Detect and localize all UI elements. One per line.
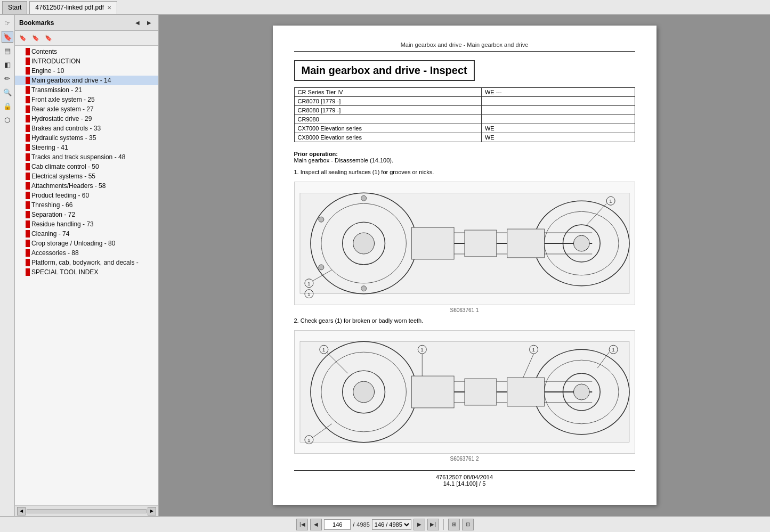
nav-next-btn[interactable]: ▶ bbox=[414, 519, 425, 530]
prior-operation: Prior operation: Main gearbox - Disassem… bbox=[294, 151, 635, 163]
sidebar-expand-icon[interactable]: ◀ bbox=[133, 18, 142, 28]
bookmark-label-22: Platform, cab, bodywork, and decals - bbox=[31, 259, 139, 266]
stamp-icon[interactable]: ⬡ bbox=[2, 114, 13, 126]
nav-page-input[interactable] bbox=[324, 519, 351, 530]
page-title: Main gearbox and drive - Inspect bbox=[294, 60, 475, 81]
svg-point-4 bbox=[353, 233, 374, 254]
highlight-icon[interactable]: ✏ bbox=[2, 72, 13, 84]
scroll-track[interactable] bbox=[27, 509, 147, 513]
scroll-left-btn[interactable]: ◀ bbox=[17, 507, 26, 515]
bookmark-label-5: Front axle system - 25 bbox=[31, 96, 95, 103]
bookmark-bar-4 bbox=[26, 86, 30, 94]
nav-scan-btn[interactable]: ⊞ bbox=[448, 519, 460, 530]
svg-text:1: 1 bbox=[322, 347, 325, 353]
bookmark-bar-6 bbox=[26, 105, 30, 113]
bookmark-bar-7 bbox=[26, 115, 30, 122]
bookmark-item-10[interactable]: Steering - 41 bbox=[15, 143, 158, 152]
bookmark-label-14: Attachments/Headers - 58 bbox=[31, 182, 106, 190]
diagram-1-container: 1 1 1 bbox=[294, 182, 635, 305]
tab-close-icon[interactable]: ✕ bbox=[107, 5, 111, 11]
bookmark-bar-0 bbox=[26, 48, 30, 55]
svg-point-13 bbox=[361, 286, 366, 291]
svg-text:1: 1 bbox=[609, 198, 612, 204]
bookmark-item-15[interactable]: Product feeding - 60 bbox=[15, 191, 158, 200]
bookmark-bar-12 bbox=[26, 163, 30, 170]
spec-table: CR Series Tier IVWE ---CR8070 [1779 -]CR… bbox=[294, 87, 635, 142]
spec-col1-4: CX7000 Elevation series bbox=[294, 124, 481, 133]
nav-fit-btn[interactable]: ⊡ bbox=[462, 519, 474, 530]
sidebar-collapse-icon[interactable]: ▶ bbox=[144, 18, 154, 28]
bookmark-item-4[interactable]: Transmission - 21 bbox=[15, 85, 158, 95]
bookmark-item-8[interactable]: Brakes and controls - 33 bbox=[15, 124, 158, 133]
bookmark-item-23[interactable]: SPECIAL TOOL INDEX bbox=[15, 267, 158, 277]
spec-col2-5: WE bbox=[481, 133, 635, 142]
main-layout: ☞ 🔖 ▤ ◧ ✏ 🔍 🔒 ⬡ Bookmarks ◀ ▶ 🔖 🔖 🔖 Cont… bbox=[0, 15, 770, 516]
bookmark-bar-16 bbox=[26, 201, 30, 209]
bookmark-item-2[interactable]: Engine - 10 bbox=[15, 66, 158, 76]
bookmark-item-11[interactable]: Tracks and track suspension - 48 bbox=[15, 152, 158, 162]
bookmark-item-22[interactable]: Platform, cab, bodywork, and decals - bbox=[15, 258, 158, 267]
bookmark-item-6[interactable]: Rear axle system - 27 bbox=[15, 104, 158, 114]
bookmark-item-9[interactable]: Hydraulic systems - 35 bbox=[15, 133, 158, 143]
sidebar-toolbar: 🔖 🔖 🔖 bbox=[15, 31, 158, 46]
nav-prev-btn[interactable]: ◀ bbox=[310, 519, 322, 530]
bookmark-item-12[interactable]: Cab climate control - 50 bbox=[15, 162, 158, 171]
bookmark-bar-9 bbox=[26, 134, 30, 142]
toolbar-btn-1[interactable]: 🔖 bbox=[17, 32, 29, 44]
nav-first-btn[interactable]: |◀ bbox=[296, 519, 308, 530]
bookmark-panel-icon[interactable]: 🔖 bbox=[2, 31, 13, 43]
bookmark-label-8: Brakes and controls - 33 bbox=[31, 125, 101, 132]
bookmark-item-7[interactable]: Hydrostatic drive - 29 bbox=[15, 114, 158, 124]
bookmark-item-19[interactable]: Cleaning - 74 bbox=[15, 229, 158, 239]
bookmark-bar-19 bbox=[26, 230, 30, 238]
bookmark-bar-1 bbox=[26, 58, 30, 65]
hand-tool-icon[interactable]: ☞ bbox=[2, 17, 13, 29]
lock-icon[interactable]: 🔒 bbox=[2, 100, 13, 112]
diagram-1-caption: S6063761 1 bbox=[294, 307, 635, 313]
nav-zoom-select[interactable]: 146 / 4985 bbox=[372, 519, 411, 530]
pdf-page: Main gearbox and drive - Main gearbox an… bbox=[273, 26, 656, 505]
nav-divider bbox=[443, 519, 444, 530]
tab-start-label: Start bbox=[8, 4, 21, 11]
toolbar-btn-2[interactable]: 🔖 bbox=[30, 32, 42, 44]
bookmark-item-18[interactable]: Residue handling - 73 bbox=[15, 219, 158, 229]
spec-col2-0: WE --- bbox=[481, 88, 635, 97]
svg-rect-17 bbox=[465, 230, 497, 257]
prior-op-label: Prior operation: bbox=[294, 151, 338, 157]
bookmark-item-0[interactable]: Contents bbox=[15, 47, 158, 56]
scroll-right-btn[interactable]: ▶ bbox=[148, 507, 156, 515]
gearbox-diagram-2: 1 1 1 1 1 bbox=[295, 331, 635, 453]
bookmark-label-9: Hydraulic systems - 35 bbox=[31, 134, 96, 142]
bookmark-bar-15 bbox=[26, 192, 30, 199]
bookmark-item-1[interactable]: INTRODUCTION bbox=[15, 56, 158, 66]
bookmark-item-14[interactable]: Attachments/Headers - 58 bbox=[15, 181, 158, 191]
bookmark-item-3[interactable]: Main gearbox and drive - 14 bbox=[15, 76, 158, 85]
bookmark-item-20[interactable]: Crop storage / Unloading - 80 bbox=[15, 239, 158, 248]
bookmark-item-21[interactable]: Accessories - 88 bbox=[15, 248, 158, 258]
tab-start[interactable]: Start bbox=[2, 1, 27, 14]
spec-col1-1: CR8070 [1779 -] bbox=[294, 97, 481, 106]
step-1-text: 1. Inspect all sealing surfaces (1) for … bbox=[294, 169, 635, 175]
svg-point-15 bbox=[318, 265, 323, 270]
svg-text:1: 1 bbox=[612, 347, 615, 353]
tab-pdf[interactable]: 47612507-linked pdf.pdf ✕ bbox=[29, 1, 117, 14]
page-panel-icon[interactable]: ▤ bbox=[2, 45, 13, 56]
layers-icon[interactable]: ◧ bbox=[2, 59, 13, 70]
bookmark-bar-21 bbox=[26, 249, 30, 257]
prior-op-text: Main gearbox - Disassemble (14.100). bbox=[294, 157, 393, 163]
page-footer: 47612507 08/04/2014 14.1 [14.100] / 5 bbox=[294, 470, 635, 487]
bookmark-item-5[interactable]: Front axle system - 25 bbox=[15, 95, 158, 104]
svg-text:1: 1 bbox=[307, 291, 310, 297]
spec-col1-0: CR Series Tier IV bbox=[294, 88, 481, 97]
bookmark-item-17[interactable]: Separation - 72 bbox=[15, 210, 158, 219]
nav-last-btn[interactable]: ▶| bbox=[427, 519, 439, 530]
spec-col1-2: CR8080 [1779 -] bbox=[294, 106, 481, 115]
bookmark-item-13[interactable]: Electrical systems - 55 bbox=[15, 171, 158, 181]
pdf-viewer[interactable]: Main gearbox and drive - Main gearbox an… bbox=[159, 15, 770, 516]
footer-page: 14.1 [14.100] / 5 bbox=[294, 480, 635, 487]
toolbar-btn-3[interactable]: 🔖 bbox=[43, 32, 54, 44]
zoom-icon[interactable]: 🔍 bbox=[2, 86, 13, 98]
bookmark-item-16[interactable]: Threshing - 66 bbox=[15, 200, 158, 210]
spec-row-5: CX8000 Elevation seriesWE bbox=[294, 133, 635, 142]
bookmark-bar-5 bbox=[26, 96, 30, 103]
